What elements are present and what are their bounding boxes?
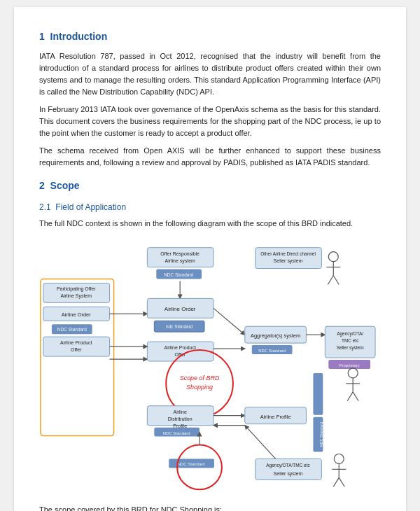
subsection-2-1: 2.1 Field of Application The full NDC co… [39,201,381,511]
svg-text:Airline Order: Airline Order [164,307,196,313]
svg-text:NDC Standard: NDC Standard [325,382,329,407]
svg-text:Profile: Profile [173,424,187,428]
svg-text:Other Airline Direct channel: Other Airline Direct channel [260,251,316,256]
svg-line-56 [353,392,358,401]
scope-text: The scope covered by this BRD for NDC Sh… [39,504,381,511]
svg-line-80 [333,478,339,487]
svg-text:NDC Standard: NDC Standard [163,431,190,435]
svg-text:Airline Product: Airline Product [164,346,196,351]
svg-text:Offer Responsible: Offer Responsible [160,251,200,257]
svg-line-26 [214,309,245,335]
svg-text:Seller system: Seller system [337,346,364,351]
section-2-title: 2 Scope [39,178,381,194]
svg-text:Proprietary: Proprietary [340,363,360,368]
svg-text:Scope of BRD: Scope of BRD [180,374,220,382]
svg-rect-50 [313,373,323,415]
svg-text:Distribution: Distribution [168,416,192,421]
ndc-diagram: Participating Offer Airline System Airli… [39,237,381,496]
svg-line-73 [245,426,276,459]
svg-point-77 [334,454,344,464]
document-page: 1 Introduction IATA Resolution 787, pass… [14,7,406,511]
svg-text:NDC Standard: NDC Standard [178,463,205,467]
section-1: 1 Introduction IATA Resolution 787, pass… [39,29,381,169]
svg-text:Offer: Offer [71,348,82,353]
svg-text:Airline system: Airline system [164,258,195,264]
svg-line-41 [328,276,333,285]
svg-line-55 [347,392,353,401]
svg-text:Airline Profile: Airline Profile [260,414,291,420]
svg-point-38 [328,252,338,262]
diagram-svg: Participating Offer Airline System Airli… [39,237,381,496]
svg-text:NDC Standard: NDC Standard [258,349,286,354]
svg-text:Airline Order: Airline Order [62,312,91,318]
svg-text:Aggregator(s) system: Aggregator(s) system [251,333,300,340]
svg-text:Agency/OTA/TMC etc: Agency/OTA/TMC etc [266,463,310,469]
svg-text:NDC Standard: NDC Standard [164,272,193,277]
subsection-2-1-title: 2.1 Field of Application [39,201,381,214]
section-1-title: 1 Introduction [39,29,381,45]
svg-text:Airline Product: Airline Product [60,341,92,346]
svg-text:Participating Offer: Participating Offer [57,287,96,293]
svg-text:NDC Standard: NDC Standard [57,328,87,332]
section-1-para-3: The schema received from Open AXIS will … [39,145,381,169]
svg-text:Airline: Airline [173,410,186,414]
section-1-para-2: In February 2013 IATA took over governan… [39,104,381,139]
svg-text:Seller system: Seller system [274,472,303,477]
section-2: 2 Scope 2.1 Field of Application The ful… [39,178,381,511]
svg-text:Seller system: Seller system [274,258,303,264]
svg-rect-68 [255,459,322,480]
svg-text:Shopping: Shopping [186,384,213,391]
svg-text:ndc Standard: ndc Standard [166,325,193,330]
section-1-para-1: IATA Resolution 787, passed in Oct 2012,… [39,50,381,98]
svg-text:TMC etc: TMC etc [342,339,359,344]
svg-text:NDC Standard: NDC Standard [319,422,323,447]
svg-text:Agency/OTA/: Agency/OTA/ [337,332,363,337]
svg-line-81 [339,478,344,487]
svg-line-42 [333,276,339,285]
svg-text:Airline System: Airline System [61,294,92,300]
subsection-intro: The full NDC context is shown in the fol… [39,218,381,230]
svg-point-52 [348,368,358,378]
